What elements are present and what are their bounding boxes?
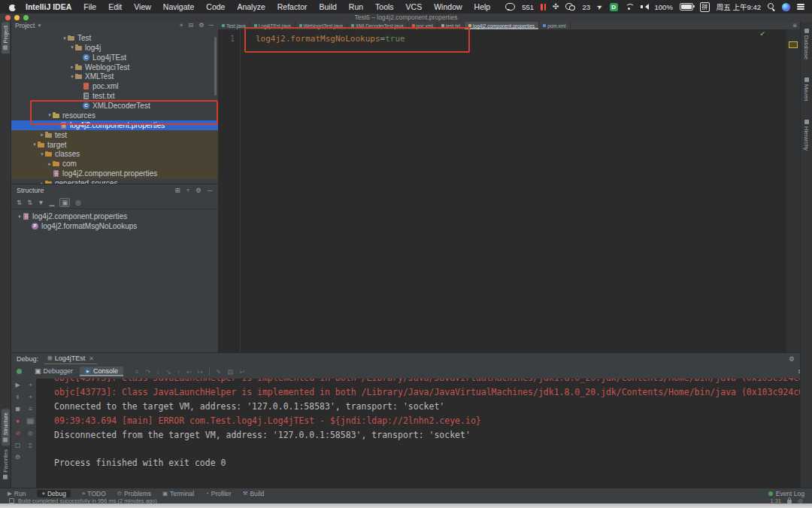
chevron-down-icon[interactable]: ▾ xyxy=(17,214,23,220)
toolwindow-button-debug[interactable]: ●Debug xyxy=(37,490,71,497)
warning-stripe-marker[interactable] xyxy=(789,41,798,48)
menu-item-code[interactable]: Code xyxy=(200,2,231,11)
menu-item-file[interactable]: File xyxy=(77,2,102,11)
chevron-down-icon[interactable]: ▾ xyxy=(69,44,75,50)
step-into-icon[interactable]: ↓ xyxy=(156,368,159,376)
tree-item-classes[interactable]: ▾classes xyxy=(11,149,218,159)
menu-item-tools[interactable]: Tools xyxy=(369,2,400,11)
editor-area[interactable]: 1 log4j2.formatMsgNoLookups=true ✔ xyxy=(218,29,788,352)
settings-icon[interactable]: ⚙ xyxy=(195,187,201,194)
spotlight-search-icon[interactable] xyxy=(768,3,775,11)
mute-breakpoints-icon[interactable]: ⊘ xyxy=(15,430,20,437)
debug-console-output[interactable]: objc[43773]: Class JavaLaunchHelper is i… xyxy=(36,379,812,488)
wechat-icon[interactable] xyxy=(565,3,575,11)
menu-item-navigate[interactable]: Navigate xyxy=(157,2,200,11)
wifi-icon[interactable] xyxy=(625,4,634,11)
chevron-down-icon[interactable]: ▾ xyxy=(69,74,75,80)
project-panel-title[interactable]: Project xyxy=(15,22,35,29)
force-step-into-icon[interactable]: ↘ xyxy=(165,368,171,376)
chevron-down-icon[interactable]: ▾ xyxy=(47,112,53,118)
menu-item-build[interactable]: Build xyxy=(313,2,342,11)
toolwindow-button-profiler[interactable]: ◔Profiler xyxy=(205,490,231,497)
chevron-down-icon[interactable]: ▾ xyxy=(32,141,38,148)
console-history-icon[interactable]: ▤ xyxy=(227,368,233,376)
paper-plane-icon[interactable]: ➤ xyxy=(595,2,604,11)
evaluate-expression-icon[interactable]: ✎ xyxy=(216,368,221,376)
editor-tab-log4jtest-java[interactable]: Log4jTEst.java xyxy=(250,22,295,29)
group-properties-icon[interactable]: ▣ xyxy=(59,198,70,207)
menu-item-vcs[interactable]: VCS xyxy=(400,2,429,11)
hide-icon[interactable]: ─ xyxy=(209,22,214,29)
stripe-tab-structure[interactable]: Structure xyxy=(2,409,10,446)
stripe-tab-hierarchy[interactable]: Hierarchy xyxy=(802,116,810,154)
tree-item-weblogcitest[interactable]: ▸WeblogciTest xyxy=(11,62,218,72)
event-log-button[interactable]: Event Log xyxy=(768,490,804,497)
chevron-down-icon[interactable]: ▾ xyxy=(62,35,68,41)
filter-icon[interactable]: ▼ xyxy=(38,199,44,206)
pause-icon[interactable] xyxy=(541,4,546,11)
menubar-clock[interactable]: 周五 上午9:42 xyxy=(717,2,761,12)
stripe-tab-project[interactable]: Project xyxy=(2,22,10,53)
chevron-right-icon[interactable]: ▸ xyxy=(47,161,53,167)
editor-tab-xmldecodertest-java[interactable]: XMLDecoderTest.java xyxy=(347,22,408,29)
debug-tab-console[interactable]: ▶Console xyxy=(80,367,123,376)
volume-icon[interactable] xyxy=(641,4,648,11)
menu-item-intellij-idea[interactable]: IntelliJ IDEA xyxy=(20,2,77,11)
add-icon[interactable]: + xyxy=(29,394,32,400)
fan-icon[interactable]: ✣ xyxy=(553,3,559,11)
run-to-cursor-icon[interactable]: ↦ xyxy=(198,368,203,376)
menu-item-edit[interactable]: Edit xyxy=(102,2,128,11)
toolwindow-button-terminal[interactable]: ▣Terminal xyxy=(162,490,194,497)
debug-tab-debugger[interactable]: ▣Debugger xyxy=(29,367,78,376)
tree-item-xmltest[interactable]: ▾XMLTest xyxy=(11,71,218,81)
step-out-icon[interactable]: ↑ xyxy=(177,368,180,376)
tab-list-icon[interactable]: ≣ xyxy=(792,23,797,29)
app-d-icon[interactable]: D xyxy=(610,3,618,11)
input-method-icon[interactable]: 拼 xyxy=(700,2,710,12)
editor-tab-weblogcitest-java[interactable]: WeblogciTest.java xyxy=(295,22,347,29)
locate-icon[interactable]: ⌖ xyxy=(180,22,183,29)
chat-icon[interactable] xyxy=(505,3,515,11)
chevron-right-icon[interactable]: ▸ xyxy=(69,64,75,70)
editor-error-stripe[interactable] xyxy=(786,29,800,352)
sort-alpha-icon[interactable]: ⇅ xyxy=(17,199,22,206)
editor-tab-log4j2-component-properties[interactable]: log4j2.component.properties xyxy=(465,22,539,29)
tree-item-test[interactable]: ▾Test xyxy=(11,33,218,43)
pin-icon[interactable]: ▤ xyxy=(26,418,35,424)
structure-item-log4j2-formatmsgnolookups[interactable]: log4j2.formatMsgNoLookups xyxy=(11,221,218,231)
step-over-icon[interactable]: ↷ xyxy=(145,368,150,376)
rerun-icon[interactable]: ▶ xyxy=(15,382,20,388)
apple-menu-icon[interactable] xyxy=(9,3,17,11)
tree-item-test-txt[interactable]: test.txt xyxy=(11,91,218,101)
toolwindow-button-problems[interactable]: ⊙Problems xyxy=(117,490,151,497)
hide-icon[interactable]: ─ xyxy=(208,187,212,194)
tree-item-generated-sources[interactable]: ▸generated-sources xyxy=(11,178,218,184)
chevron-down-icon[interactable]: ▼ xyxy=(37,23,41,28)
tree-item-log4j2-component-properties[interactable]: log4j2.component.properties xyxy=(11,169,218,178)
menu-item-refactor[interactable]: Refactor xyxy=(271,2,314,11)
code-line[interactable]: log4j2.formatMsgNoLookups=true xyxy=(256,34,405,44)
debug-settings-icon[interactable]: ⚙ xyxy=(15,454,20,461)
soft-wrap-icon[interactable]: ↩ xyxy=(239,368,244,376)
menu-item-help[interactable]: Help xyxy=(468,2,497,11)
stripe-tab-favorites[interactable]: Favorites xyxy=(2,446,10,483)
debug-session-tab[interactable]: ▦ Log4jTEst ✕ xyxy=(44,354,97,364)
menu-item-view[interactable]: View xyxy=(128,2,157,11)
pause-icon[interactable]: ‖ xyxy=(17,394,19,400)
chevron-down-icon[interactable]: ▾ xyxy=(39,151,45,157)
anchor-icon[interactable]: ▁ xyxy=(50,199,55,206)
inspections-ok-icon[interactable]: ✔ xyxy=(759,30,765,38)
tree-item-target[interactable]: ▾target xyxy=(11,140,218,150)
restore-layout-icon[interactable]: ≡ xyxy=(29,406,32,412)
lock-icon[interactable] xyxy=(787,500,792,503)
tree-item-log4jtest[interactable]: Log4jTEst xyxy=(11,53,218,62)
siri-icon[interactable] xyxy=(782,3,790,11)
toolwindow-button-build[interactable]: ⚒Build xyxy=(243,490,265,497)
view-breakpoints-icon[interactable]: ● xyxy=(16,418,20,424)
menu-item-analyze[interactable]: Analyze xyxy=(231,2,271,11)
sort-visibility-icon[interactable]: ⇅ xyxy=(27,199,32,206)
tree-item-com[interactable]: ▸com xyxy=(11,159,218,169)
show-execution-point-icon[interactable]: ≡ xyxy=(135,368,139,376)
battery-icon[interactable] xyxy=(680,3,693,11)
stripe-tab-database[interactable]: Database xyxy=(802,25,810,63)
